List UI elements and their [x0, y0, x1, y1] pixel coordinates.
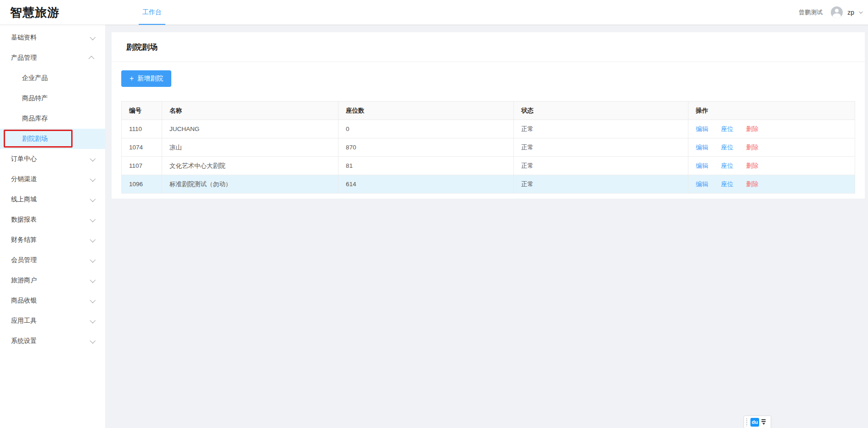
chevron-down-icon — [90, 337, 96, 343]
sidebar-item-1[interactable]: 产品管理 — [0, 48, 105, 68]
top-header: 智慧旅游 工作台 曾鹏测试 zp — [0, 0, 868, 25]
seats-link[interactable]: 座位 — [721, 126, 733, 132]
user-area: 曾鹏测试 zp — [799, 0, 862, 25]
cell-seats: 81 — [338, 157, 514, 175]
sidebar-subitem-label: 商品特产 — [22, 94, 48, 103]
cell-status: 正常 — [514, 138, 688, 157]
sidebar-item-9[interactable]: 商品收银 — [0, 291, 105, 311]
sidebar-subitem-label: 企业产品 — [22, 74, 48, 82]
sidebar-item-label: 线上商城 — [11, 195, 37, 204]
seats-link[interactable]: 座位 — [721, 144, 733, 151]
table-row: 1110 JUCHANG 0 正常 编辑 座位 删除 — [122, 120, 855, 138]
sidebar-item-label: 基础资料 — [11, 34, 37, 42]
add-theater-button[interactable]: + 新增剧院 — [121, 70, 171, 87]
card-header: 剧院剧场 — [112, 32, 865, 62]
seats-link[interactable]: 座位 — [721, 181, 733, 188]
sidebar-subitem-label: 剧院剧场 — [22, 135, 48, 143]
sidebar-subitem-1-1[interactable]: 商品特产 — [0, 88, 105, 108]
cell-seats: 614 — [338, 175, 514, 194]
cell-seats: 0 — [338, 120, 514, 138]
cell-seats: 870 — [338, 138, 514, 157]
add-theater-button-label: 新增剧院 — [137, 74, 163, 83]
sidebar-subitem-1-3[interactable]: 剧院剧场 — [0, 129, 105, 149]
sidebar-item-label: 商品收银 — [11, 297, 37, 305]
sidebar-subitem-label: 商品库存 — [22, 114, 48, 123]
cell-status: 正常 — [514, 120, 688, 138]
sidebar-item-label: 应用工具 — [11, 317, 37, 325]
chevron-down-icon — [90, 216, 96, 222]
sidebar-subitem-1-0[interactable]: 企业产品 — [0, 68, 105, 88]
ime-drag-handle-icon[interactable] — [746, 418, 748, 426]
sidebar-item-label: 系统设置 — [11, 337, 37, 345]
tab-active-underline — [139, 24, 165, 25]
cell-id: 1107 — [122, 157, 162, 175]
ime-menu-icon[interactable] — [761, 419, 766, 425]
user-name: zp — [847, 9, 854, 16]
delete-link[interactable]: 删除 — [746, 126, 759, 132]
sidebar-subitem-1-2[interactable]: 商品库存 — [0, 108, 105, 129]
sidebar-item-3[interactable]: 分销渠道 — [0, 169, 105, 189]
sidebar-item-2[interactable]: 订单中心 — [0, 149, 105, 169]
delete-link[interactable]: 删除 — [746, 144, 759, 151]
sidebar-item-label: 产品管理 — [11, 54, 37, 62]
sidebar-item-label: 数据报表 — [11, 216, 37, 224]
sidebar-nav: 基础资料 产品管理 企业产品 商品特产 商品库存 剧院剧场 订单中心 分销渠道 … — [0, 25, 105, 428]
chevron-up-icon — [89, 56, 95, 62]
user-avatar-icon[interactable] — [831, 6, 843, 18]
sidebar-item-8[interactable]: 旅游商户 — [0, 270, 105, 291]
cell-id: 1110 — [122, 120, 162, 138]
sidebar-item-label: 财务结算 — [11, 236, 37, 244]
sidebar-item-4[interactable]: 线上商城 — [0, 189, 105, 210]
chevron-down-icon[interactable] — [859, 10, 862, 13]
cell-name: 文化艺术中心大剧院 — [162, 157, 338, 175]
ime-toolbar[interactable]: du — [744, 416, 771, 428]
ime-du-badge[interactable]: du — [750, 418, 759, 427]
cell-name: 标准剧院测试（勿动） — [162, 175, 338, 194]
seats-link[interactable]: 座位 — [721, 162, 733, 169]
column-header-status: 状态 — [514, 102, 688, 120]
company-name: 曾鹏测试 — [799, 8, 823, 17]
cell-id: 1074 — [122, 138, 162, 157]
chevron-down-icon — [90, 257, 96, 263]
cell-id: 1096 — [122, 175, 162, 194]
sidebar-item-label: 订单中心 — [11, 155, 37, 163]
edit-link[interactable]: 编辑 — [696, 162, 708, 169]
tab-workbench[interactable]: 工作台 — [139, 0, 165, 25]
chevron-down-icon — [90, 297, 96, 303]
sidebar-item-5[interactable]: 数据报表 — [0, 210, 105, 230]
column-header-id: 编号 — [122, 102, 162, 120]
cell-status: 正常 — [514, 175, 688, 194]
card-body: + 新增剧院 编号 名称 座位数 状态 操作 1110 JUCHANG 0 正常 — [112, 62, 865, 194]
column-header-actions: 操作 — [688, 102, 855, 120]
sidebar-item-label: 会员管理 — [11, 256, 37, 264]
page-title: 剧院剧场 — [126, 42, 158, 52]
plus-icon: + — [130, 75, 134, 82]
cell-status: 正常 — [514, 157, 688, 175]
table-row: 1096 标准剧院测试（勿动） 614 正常 编辑 座位 删除 — [122, 175, 855, 194]
chevron-down-icon — [90, 196, 96, 202]
sidebar-item-7[interactable]: 会员管理 — [0, 250, 105, 270]
delete-link[interactable]: 删除 — [746, 181, 759, 188]
table-header-row: 编号 名称 座位数 状态 操作 — [122, 102, 855, 120]
chevron-down-icon — [90, 236, 96, 242]
sidebar-item-0[interactable]: 基础资料 — [0, 28, 105, 48]
theater-table: 编号 名称 座位数 状态 操作 1110 JUCHANG 0 正常 编辑 座位 … — [121, 101, 855, 194]
column-header-seats: 座位数 — [338, 102, 514, 120]
sidebar-item-label: 分销渠道 — [11, 175, 37, 183]
sidebar-item-10[interactable]: 应用工具 — [0, 311, 105, 331]
column-header-name: 名称 — [162, 102, 338, 120]
chevron-down-icon — [90, 34, 96, 40]
edit-link[interactable]: 编辑 — [696, 126, 708, 132]
delete-link[interactable]: 删除 — [746, 162, 759, 169]
edit-link[interactable]: 编辑 — [696, 181, 708, 188]
chevron-down-icon — [90, 317, 96, 323]
sidebar-item-label: 旅游商户 — [11, 276, 37, 285]
edit-link[interactable]: 编辑 — [696, 144, 708, 151]
table-row: 1074 凉山 870 正常 编辑 座位 删除 — [122, 138, 855, 157]
chevron-down-icon — [90, 277, 96, 283]
tab-workbench-label: 工作台 — [142, 8, 162, 16]
sidebar-item-11[interactable]: 系统设置 — [0, 331, 105, 351]
sidebar-item-6[interactable]: 财务结算 — [0, 230, 105, 250]
chevron-down-icon — [90, 155, 96, 161]
app-logo: 智慧旅游 — [10, 0, 60, 25]
